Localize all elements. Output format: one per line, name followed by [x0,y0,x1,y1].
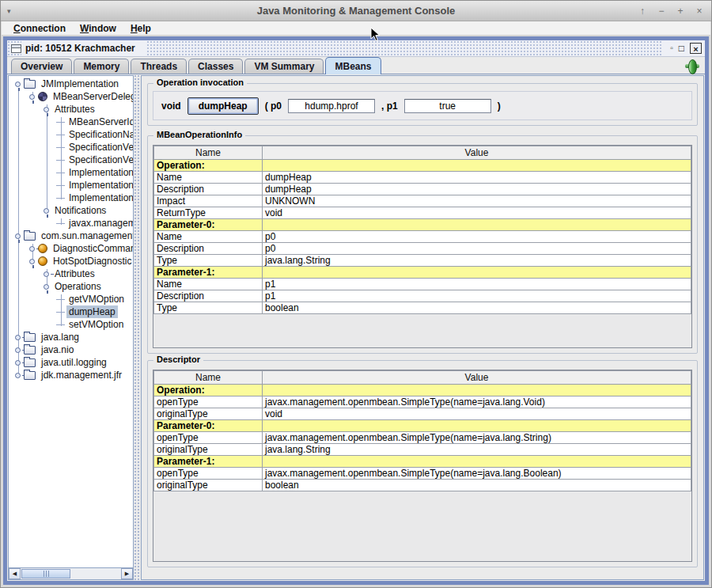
section-value-cell [263,219,691,231]
tree-node-diagnosticcommand[interactable]: DiagnosticCommand [9,242,133,255]
tree-node-operations[interactable]: Operations [9,280,133,293]
table-row[interactable]: Namep0 [154,231,691,243]
table-row[interactable]: NamedumpHeap [154,172,691,184]
tree-node-attributes[interactable]: Attributes [9,267,133,280]
tab-threads[interactable]: Threads [131,59,187,74]
menu-connection[interactable]: Connection [6,23,73,34]
table-row[interactable]: ImpactUNKNOWN [154,195,691,207]
scrollbar-thumb[interactable] [21,569,70,579]
tree-node-implementationname[interactable]: ImplementationName [9,166,133,179]
scroll-right-icon[interactable]: ▶ [121,568,133,579]
table-row[interactable]: DescriptiondumpHeap [154,184,691,195]
tree-expand-handle-icon[interactable] [13,345,24,355]
tree-expand-handle-icon[interactable] [13,370,24,381]
window-shade-icon[interactable]: ↑ [637,6,648,17]
frame-titlebar[interactable]: pid: 10512 Krachmacher ▫ □ × [7,40,705,57]
param0-input[interactable] [288,99,375,113]
section-row-parameter-1[interactable]: Parameter-1: [154,456,691,468]
value-cell: dumpHeap [263,172,691,184]
tree-node-hotspotdiagnostic[interactable]: HotSpotDiagnostic [9,255,133,267]
tree-node-jdk-management-jfr[interactable]: jdk.management.jfr [9,369,133,381]
tree-node-javax-management[interactable]: javax.management [9,217,133,230]
tree-node-notifications[interactable]: Notifications [9,204,133,217]
tree-collapse-handle-icon[interactable] [13,79,24,89]
tab-mbeans[interactable]: MBeans [325,57,381,74]
table-row[interactable]: ReturnTypevoid [154,207,691,219]
tree-node-dumpheap[interactable]: dumpHeap [9,305,133,318]
tree-expand-handle-icon[interactable] [13,332,24,343]
tree-node-jmimplementation[interactable]: JMImplementation [9,78,133,90]
tree-node-com-sun-management[interactable]: com.sun.management [9,230,133,242]
tree-expand-handle-icon[interactable] [28,244,38,254]
table-row[interactable]: Descriptionp1 [154,290,691,302]
tree-collapse-handle-icon[interactable] [13,231,24,241]
table-row[interactable]: openTypejavax.management.openmbean.Simpl… [154,468,691,480]
frame-restore-icon[interactable]: □ [679,43,684,54]
tab-classes[interactable]: Classes [188,59,243,74]
name-cell: Name [154,231,263,243]
return-type-label: void [161,101,181,112]
tree-node-label: javax.management [66,217,133,230]
tree-node-java-nio[interactable]: java.nio [9,343,133,356]
table-row[interactable]: originalTypeboolean [154,480,691,491]
tree-node-specificationvendor[interactable]: SpecificationVendor [9,154,133,166]
tab-memory[interactable]: Memory [74,59,129,74]
window-menu-icon[interactable]: ▾ [7,7,11,15]
tree-node-implementationversion[interactable]: ImplementationVersion [9,179,133,192]
section-row-operation[interactable]: Operation: [154,160,691,172]
close-paren-label: ) [498,101,501,112]
table-row[interactable]: Typejava.lang.String [154,255,691,267]
window-minimize-icon[interactable]: − [656,6,667,17]
tab-vm-summary[interactable]: VM Summary [244,59,324,74]
section-label: Parameter-1: [154,456,263,468]
tree-node-label: ImplementationVersion [66,179,133,192]
window-maximize-icon[interactable]: + [675,6,686,17]
tree-node-label: SpecificationName [66,128,133,141]
tree-collapse-handle-icon[interactable] [42,206,52,216]
tree-node-specificationname[interactable]: SpecificationName [9,128,133,141]
tree-expand-handle-icon[interactable] [13,358,24,368]
tree-node-mbeanserverid[interactable]: MBeanServerId [9,116,133,128]
tree-collapse-handle-icon[interactable] [28,256,38,267]
table-row[interactable]: Descriptionp0 [154,243,691,255]
tab-overview[interactable]: Overview [11,59,72,74]
section-row-parameter-1[interactable]: Parameter-1: [154,267,691,279]
frame-window-icon [11,44,21,53]
tree-node-java-lang[interactable]: java.lang [9,331,133,343]
tree-collapse-handle-icon[interactable] [42,282,52,292]
tree-node-implementationvendor[interactable]: ImplementationVendor [9,192,133,204]
table-row[interactable]: originalTypejava.lang.String [154,444,691,456]
section-row-parameter-0[interactable]: Parameter-0: [154,420,691,432]
tree-collapse-handle-icon[interactable] [28,92,38,102]
table-row[interactable]: Typeboolean [154,302,691,314]
tree-node-getvmoption[interactable]: getVMOption [9,293,133,305]
menu-window[interactable]: Window [73,23,123,34]
dump-heap-button[interactable]: dumpHeap [187,97,259,115]
tree-node-mbeanserverdelegate[interactable]: MBeanServerDelegate [9,90,133,103]
new-connection-icon[interactable] [685,59,699,73]
scroll-left-icon[interactable]: ◀ [9,568,21,579]
param1-input[interactable] [404,99,491,113]
tree-collapse-handle-icon[interactable] [42,104,52,115]
table-row[interactable]: openTypejavax.management.openmbean.Simpl… [154,396,691,408]
tree-horizontal-scrollbar[interactable]: ◀ ▶ [9,567,133,579]
table-row[interactable]: openTypejavax.management.openmbean.Simpl… [154,432,691,444]
tree-node-setvmoption[interactable]: setVMOption [9,318,133,331]
frame-close-icon[interactable]: × [690,43,702,54]
section-row-parameter-0[interactable]: Parameter-0: [154,219,691,231]
section-row-operation[interactable]: Operation: [154,385,691,396]
table-row[interactable]: originalTypevoid [154,408,691,420]
frame-iconify-icon[interactable]: ▫ [670,43,673,54]
tree-node-label: getVMOption [66,293,127,305]
window-close-icon[interactable]: × [694,6,705,17]
split-divider[interactable] [134,74,141,581]
table-row[interactable]: Namep1 [154,279,691,290]
tree-node-specificationversion[interactable]: SpecificationVersion [9,141,133,154]
menu-help[interactable]: Help [123,23,158,34]
tree-node-label: Notifications [52,204,108,217]
tree-expand-handle-icon[interactable] [42,269,52,279]
menu-bar: ConnectionWindowHelp [2,21,710,36]
tree-node-java-util-logging[interactable]: java.util.logging [9,356,133,369]
mbean-bean-icon [38,256,47,266]
tree-node-attributes[interactable]: Attributes [9,103,133,116]
